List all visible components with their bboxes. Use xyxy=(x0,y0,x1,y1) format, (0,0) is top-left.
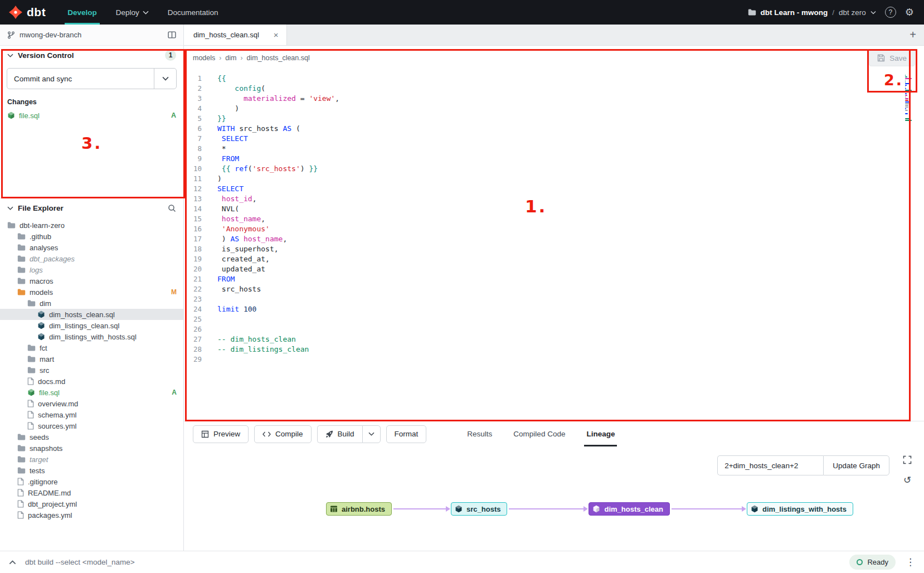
code-line-18[interactable]: 18 is_superhost, xyxy=(184,244,924,254)
tree-folder-macros[interactable]: macros xyxy=(0,275,183,286)
code-line-7[interactable]: 7 SELECT xyxy=(184,134,924,144)
changed-file-name: file.sql xyxy=(19,111,40,120)
code-line-25[interactable]: 25 xyxy=(184,314,924,324)
code-line-6[interactable]: 6WITH src_hosts AS ( xyxy=(184,124,924,134)
tree-file-dim_hosts_clean.sql[interactable]: dim_hosts_clean.sql xyxy=(0,309,183,320)
tree-folder-src[interactable]: src xyxy=(0,365,183,376)
code-line-3[interactable]: 3 materialized = 'view', xyxy=(184,94,924,104)
code-line-12[interactable]: 12SELECT xyxy=(184,184,924,194)
help-button[interactable]: ? xyxy=(885,7,896,18)
minimap[interactable] xyxy=(905,75,914,123)
code-line-16[interactable]: 16 'Anonymous' xyxy=(184,224,924,234)
tab-results[interactable]: Results xyxy=(456,421,503,446)
code-line-9[interactable]: 9 FROM xyxy=(184,154,924,164)
file-explorer-header[interactable]: File Explorer xyxy=(0,198,183,217)
version-control-header[interactable]: Version Control 1 xyxy=(0,46,183,65)
tree-file-packages.yml[interactable]: packages.yml xyxy=(0,509,183,521)
tree-file-sources.yml[interactable]: sources.yml xyxy=(0,420,183,431)
code-editor[interactable]: 1{{2 config(3 materialized = 'view',4 )5… xyxy=(184,70,924,421)
tree-file-file.sql[interactable]: file.sqlA xyxy=(0,387,183,398)
reset-view-icon[interactable]: ↺ xyxy=(901,473,914,487)
code-line-14[interactable]: 14 NVL( xyxy=(184,204,924,214)
changed-file-file.sql[interactable]: file.sqlA xyxy=(0,109,183,122)
code-line-2[interactable]: 2 config( xyxy=(184,84,924,94)
tree-file-schema.yml[interactable]: schema.yml xyxy=(0,409,183,420)
tree-folder-dim[interactable]: dim xyxy=(0,298,183,309)
tree-folder-dbt_packages[interactable]: dbt_packages xyxy=(0,253,183,264)
tree-folder-.github[interactable]: .github xyxy=(0,231,183,242)
code-line-1[interactable]: 1{{ xyxy=(184,74,924,84)
save-button[interactable]: Save xyxy=(869,50,915,66)
nav-item-develop[interactable]: Develop xyxy=(58,0,106,25)
tree-folder-target[interactable]: target xyxy=(0,454,183,465)
search-icon[interactable] xyxy=(168,204,176,212)
tree-folder-analyses[interactable]: analyses xyxy=(0,242,183,253)
nav-item-documentation[interactable]: Documentation xyxy=(158,0,228,25)
tab-compiled-code[interactable]: Compiled Code xyxy=(503,421,576,446)
code-line-20[interactable]: 20 updated_at xyxy=(184,264,924,274)
kebab-menu-icon[interactable]: ⋮ xyxy=(906,557,915,567)
split-panes-icon[interactable] xyxy=(168,31,176,38)
git-branch-bar[interactable]: mwong-dev-branch xyxy=(0,25,183,46)
lineage-node-dim_listings_with_hosts[interactable]: dim_listings_with_hosts xyxy=(747,502,853,516)
tree-file-overview.md[interactable]: overview.md xyxy=(0,398,183,409)
code-line-11[interactable]: 11) xyxy=(184,174,924,184)
tree-file-dbt_project.yml[interactable]: dbt_project.yml xyxy=(0,498,183,509)
tree-file-dim_listings_with_hosts.sql[interactable]: dim_listings_with_hosts.sql xyxy=(0,331,183,342)
lineage-node-dim_hosts_clean[interactable]: dim_hosts_clean xyxy=(589,502,670,516)
lineage-selector-input[interactable] xyxy=(717,455,823,475)
code-line-28[interactable]: 28-- dim_listings_clean xyxy=(184,344,924,355)
new-tab-button[interactable]: + xyxy=(902,25,924,45)
tree-folder-mart[interactable]: mart xyxy=(0,353,183,365)
code-line-27[interactable]: 27-- dim_hosts_clean xyxy=(184,334,924,344)
preview-button[interactable]: Preview xyxy=(193,425,249,443)
tree-folder-tests[interactable]: tests xyxy=(0,465,183,476)
code-line-22[interactable]: 22 src_hosts xyxy=(184,284,924,294)
lineage-node-src_hosts[interactable]: src_hosts xyxy=(451,502,507,516)
dbt-logo[interactable]: dbt xyxy=(0,6,58,19)
nav-item-deploy[interactable]: Deploy xyxy=(106,0,158,25)
code-line-13[interactable]: 13 host_id, xyxy=(184,194,924,204)
breadcrumb-item-dim[interactable]: dim xyxy=(225,54,236,62)
code-line-4[interactable]: 4 ) xyxy=(184,104,924,114)
tree-file-docs.md[interactable]: docs.md xyxy=(0,376,183,387)
fullscreen-icon[interactable] xyxy=(901,453,914,467)
code-line-26[interactable]: 26 xyxy=(184,324,924,334)
code-line-17[interactable]: 17 ) AS host_name, xyxy=(184,234,924,244)
breadcrumb-item-models[interactable]: models xyxy=(193,54,215,62)
code-line-21[interactable]: 21FROM xyxy=(184,274,924,284)
code-line-19[interactable]: 19 created_at, xyxy=(184,254,924,264)
format-button[interactable]: Format xyxy=(386,425,427,443)
tree-file-dim_listings_clean.sql[interactable]: dim_listings_clean.sql xyxy=(0,320,183,331)
build-options-button[interactable] xyxy=(362,425,381,443)
update-graph-button[interactable]: Update Graph xyxy=(823,455,889,475)
tree-folder-dbt-learn-zero[interactable]: dbt-learn-zero xyxy=(0,220,183,231)
code-line-24[interactable]: 24limit 100 xyxy=(184,304,924,314)
commit-options-button[interactable] xyxy=(154,69,176,89)
code-line-23[interactable]: 23 xyxy=(184,294,924,304)
tab-lineage[interactable]: Lineage xyxy=(576,421,625,446)
code-line-8[interactable]: 8 * xyxy=(184,144,924,154)
close-icon[interactable]: × xyxy=(274,30,279,40)
chevron-up-icon[interactable] xyxy=(9,560,16,565)
code-line-15[interactable]: 15 host_name, xyxy=(184,214,924,224)
tab-dim-hosts-clean[interactable]: dim_hosts_clean.sql × xyxy=(184,25,287,45)
commit-and-sync-button[interactable]: Commit and sync xyxy=(7,68,177,89)
code-line-10[interactable]: 10 {{ ref('src_hosts') }} xyxy=(184,164,924,174)
tree-file-.gitignore[interactable]: .gitignore xyxy=(0,476,183,487)
project-selector[interactable]: dbt Learn - mwong / dbt zero xyxy=(748,8,876,17)
tree-folder-snapshots[interactable]: snapshots xyxy=(0,443,183,454)
tree-folder-fct[interactable]: fct xyxy=(0,342,183,353)
code-line-5[interactable]: 5}} xyxy=(184,114,924,124)
tree-folder-seeds[interactable]: seeds xyxy=(0,431,183,443)
code-line-29[interactable]: 29 xyxy=(184,355,924,365)
command-input[interactable]: dbt build --select <model_name> xyxy=(25,558,135,566)
compile-button[interactable]: Compile xyxy=(254,425,312,443)
breadcrumb-item-dim_hosts_clean.sql[interactable]: dim_hosts_clean.sql xyxy=(246,54,309,62)
tree-folder-models[interactable]: modelsM xyxy=(0,286,183,298)
tree-folder-logs[interactable]: logs xyxy=(0,264,183,275)
build-button[interactable]: Build xyxy=(317,425,362,443)
settings-gear-icon[interactable]: ⚙ xyxy=(905,7,914,17)
tree-file-README.md[interactable]: README.md xyxy=(0,487,183,498)
lineage-node-airbnb-hosts[interactable]: airbnb.hosts xyxy=(326,502,392,516)
